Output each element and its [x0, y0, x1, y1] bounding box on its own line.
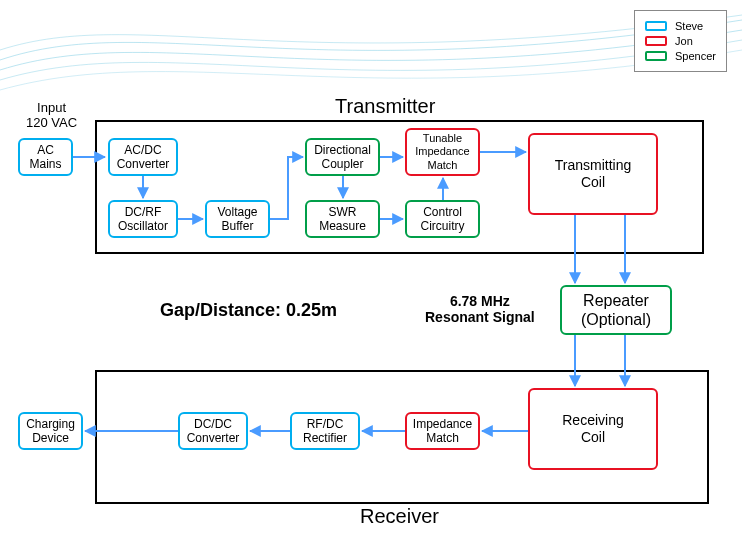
gap-distance-label: Gap/Distance: 0.25m — [160, 300, 337, 321]
transmitting-coil-block: Transmitting Coil — [528, 133, 658, 215]
legend-row-steve: Steve — [645, 20, 716, 32]
legend-swatch-jon — [645, 36, 667, 46]
control-circuitry-block: Control Circuitry — [405, 200, 480, 238]
rf-dc-rectifier-block: RF/DC Rectifier — [290, 412, 360, 450]
legend-box: Steve Jon Spencer — [634, 10, 727, 72]
dc-rf-oscillator-block: DC/RF Oscillator — [108, 200, 178, 238]
swr-measure-block: SWR Measure — [305, 200, 380, 238]
voltage-buffer-block: Voltage Buffer — [205, 200, 270, 238]
legend-label-steve: Steve — [675, 20, 703, 32]
ac-dc-converter-block: AC/DC Converter — [108, 138, 178, 176]
ac-mains-block: AC Mains — [18, 138, 73, 176]
legend-swatch-spencer — [645, 51, 667, 61]
dc-dc-converter-block: DC/DC Converter — [178, 412, 248, 450]
input-voltage-label: Input 120 VAC — [26, 100, 77, 130]
legend-label-jon: Jon — [675, 35, 693, 47]
receiving-coil-block: Receiving Coil — [528, 388, 658, 470]
resonant-signal-label: 6.78 MHz Resonant Signal — [425, 293, 535, 325]
legend-swatch-steve — [645, 21, 667, 31]
impedance-match-block: Impedance Match — [405, 412, 480, 450]
tunable-impedance-match-block: Tunable Impedance Match — [405, 128, 480, 176]
transmitter-title: Transmitter — [335, 95, 435, 118]
receiver-title: Receiver — [360, 505, 439, 528]
legend-label-spencer: Spencer — [675, 50, 716, 62]
directional-coupler-block: Directional Coupler — [305, 138, 380, 176]
charging-device-block: Charging Device — [18, 412, 83, 450]
legend-row-spencer: Spencer — [645, 50, 716, 62]
repeater-block: Repeater (Optional) — [560, 285, 672, 335]
legend-row-jon: Jon — [645, 35, 716, 47]
